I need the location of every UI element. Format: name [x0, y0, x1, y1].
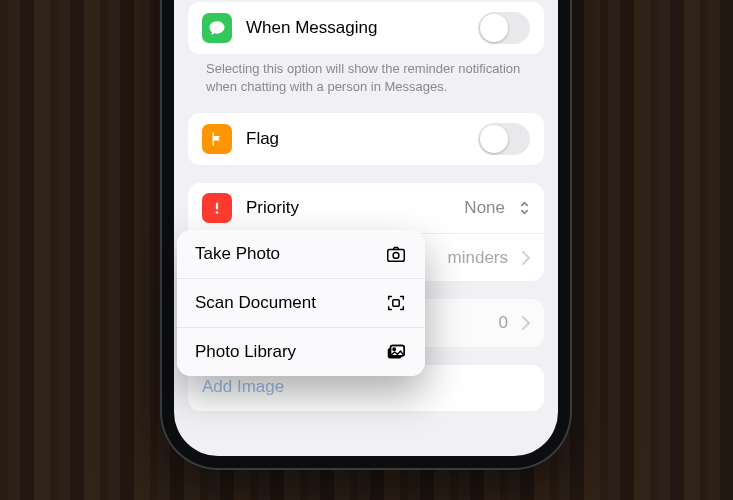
menu-scan-document[interactable]: Scan Document — [177, 279, 425, 328]
messages-icon — [202, 13, 232, 43]
subtasks-value: 0 — [499, 313, 508, 333]
menu-photo-library[interactable]: Photo Library — [177, 328, 425, 376]
flag-toggle[interactable] — [478, 123, 530, 155]
menu-take-photo[interactable]: Take Photo — [177, 230, 425, 279]
photo-library-icon — [385, 341, 407, 363]
when-messaging-row[interactable]: When Messaging — [188, 2, 544, 54]
scan-icon — [385, 292, 407, 314]
svg-point-3 — [393, 252, 399, 258]
flag-label: Flag — [246, 129, 464, 149]
svg-point-1 — [216, 211, 219, 214]
priority-value: None — [464, 198, 505, 218]
image-source-menu: Take Photo Scan Document Photo Library — [177, 230, 425, 376]
when-messaging-toggle[interactable] — [478, 12, 530, 44]
screen: When Messaging Selecting this option wil… — [174, 0, 558, 456]
svg-rect-4 — [393, 300, 399, 306]
messaging-group: When Messaging — [188, 2, 544, 54]
flag-group: Flag — [188, 113, 544, 165]
chevron-right-icon — [522, 316, 530, 330]
flag-row[interactable]: Flag — [188, 113, 544, 165]
camera-icon — [385, 243, 407, 265]
list-value: minders — [448, 248, 508, 268]
chevron-right-icon — [522, 251, 530, 265]
flag-icon — [202, 124, 232, 154]
menu-item-label: Take Photo — [195, 244, 371, 264]
svg-rect-2 — [388, 249, 405, 261]
menu-item-label: Scan Document — [195, 293, 371, 313]
updown-icon — [519, 200, 530, 216]
when-messaging-label: When Messaging — [246, 18, 464, 38]
menu-item-label: Photo Library — [195, 342, 371, 362]
priority-icon — [202, 193, 232, 223]
svg-point-8 — [393, 348, 395, 350]
priority-row[interactable]: Priority None — [188, 183, 544, 233]
messaging-footer-note: Selecting this option will show the remi… — [188, 54, 544, 95]
priority-label: Priority — [246, 198, 450, 218]
svg-rect-0 — [216, 203, 218, 210]
